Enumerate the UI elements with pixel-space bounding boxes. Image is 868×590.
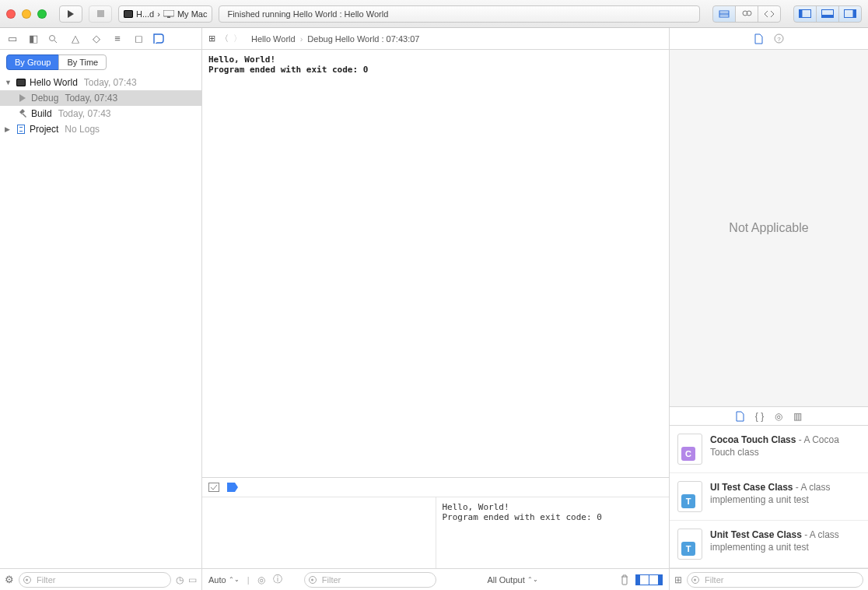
toggle-utilities-button[interactable] <box>838 5 862 23</box>
glyph-t-icon: T <box>681 542 695 556</box>
main-toolbar: H...d › My Mac Finished running Hello Wo… <box>0 0 868 28</box>
variables-filter-input[interactable] <box>304 572 436 588</box>
library-filter-input[interactable] <box>687 572 863 588</box>
issue-navigator-icon[interactable]: △ <box>69 33 82 44</box>
activity-status: Finished running Hello World : Hello Wor… <box>219 5 700 23</box>
run-button[interactable] <box>59 5 82 23</box>
doc-icon <box>16 125 26 134</box>
report-console[interactable]: Hello, World! Program ended with exit co… <box>202 50 669 477</box>
scope-filter-icon[interactable]: ▭ <box>188 574 197 585</box>
show-variables-pane-button[interactable] <box>635 574 649 585</box>
navigator-filter-input[interactable] <box>19 572 171 588</box>
quicklook-icon[interactable]: ◎ <box>257 574 265 585</box>
hammer-icon <box>17 109 28 118</box>
console-output-dropdown[interactable]: All Output ⌃⌄ <box>487 575 537 585</box>
tree-meta: Today, 07:43 <box>84 77 137 88</box>
go-back-button[interactable]: 〈 <box>220 33 229 44</box>
library-list[interactable]: C Cocoa Touch Class - A Cocoa Touch clas… <box>670 425 868 568</box>
minimize-window-button[interactable] <box>22 9 31 19</box>
svg-rect-4 <box>719 11 729 17</box>
library-item[interactable]: C Cocoa Touch Class - A Cocoa Touch clas… <box>670 426 868 473</box>
continue-icon[interactable] <box>227 483 238 492</box>
disclosure-triangle-icon[interactable]: ▶ <box>5 125 12 133</box>
jump-bar: ⊞ 〈 〉 Hello World › Debug Hello World : … <box>202 28 669 50</box>
library-item[interactable]: T UI Test Case Class - A class implement… <box>670 473 868 521</box>
inspector-placeholder: Not Applicable <box>729 221 808 235</box>
console-view[interactable]: Hello, World! Program ended with exit co… <box>436 497 670 568</box>
status-text: Finished running Hello World : Hello Wor… <box>227 9 388 19</box>
debug-navigator-icon[interactable]: ≡ <box>111 33 124 44</box>
library-item-text: Unit Test Case Class - A class implement… <box>710 529 860 553</box>
toggle-navigator-button[interactable] <box>793 5 817 23</box>
navigator-selector-bar: ▭ ◧ △ ◇ ≡ ◻ <box>0 28 201 50</box>
recent-filter-icon[interactable]: ◷ <box>176 574 184 585</box>
variables-view[interactable] <box>202 497 436 568</box>
terminal-icon <box>124 10 133 18</box>
library-filter-wrap <box>687 572 863 588</box>
svg-line-16 <box>54 40 57 43</box>
by-time-segment[interactable]: By Time <box>58 54 107 70</box>
utilities-panel: ? Not Applicable { } ◎ ▥ C Cocoa Touch C… <box>669 28 868 590</box>
tree-row-build[interactable]: Build Today, 07:43 <box>0 106 201 121</box>
tree-label: Build <box>31 108 52 119</box>
library-item-text: UI Test Case Class - A class implementin… <box>710 481 860 506</box>
project-navigator-icon[interactable]: ▭ <box>6 33 19 44</box>
standard-editor-button[interactable] <box>712 5 736 23</box>
window-controls <box>6 9 47 19</box>
print-description-icon[interactable]: ⓘ <box>273 573 282 586</box>
glyph-t-icon: T <box>681 494 695 508</box>
navigator-filter-wrap <box>19 572 171 588</box>
go-forward-button[interactable]: 〉 <box>233 33 242 44</box>
assistant-editor-button[interactable] <box>735 5 758 23</box>
terminal-icon <box>16 79 26 86</box>
svg-marker-19 <box>227 483 238 492</box>
template-file-icon: C <box>677 434 702 465</box>
svg-marker-17 <box>19 94 26 102</box>
toggle-debug-area-button[interactable] <box>816 5 839 23</box>
library-item[interactable]: T Unit Test Case Class - A class impleme… <box>670 521 868 568</box>
object-library-icon[interactable]: ◎ <box>775 411 782 422</box>
gear-icon[interactable]: ⚙ <box>5 574 14 585</box>
variables-scope-dropdown[interactable]: Auto ⌃⌄ <box>208 575 240 585</box>
chevron-right-icon: › <box>157 9 160 19</box>
quick-help-icon[interactable]: ? <box>774 33 784 44</box>
breakpoint-navigator-icon[interactable]: ◻ <box>132 33 145 44</box>
report-tree[interactable]: ▼ Hello World Today, 07:43 Debug Today, … <box>0 75 201 568</box>
zoom-window-button[interactable] <box>37 9 47 19</box>
tree-row-debug[interactable]: Debug Today, 07:43 <box>0 90 201 106</box>
main-area: ▭ ◧ △ ◇ ≡ ◻ By Group By Time ▼ Hello Wor… <box>0 28 868 590</box>
by-group-segment[interactable]: By Group <box>6 54 59 70</box>
svg-rect-18 <box>209 483 219 492</box>
related-items-icon[interactable]: ⊞ <box>208 33 215 44</box>
media-library-icon[interactable]: ▥ <box>793 411 802 422</box>
scheme-selector[interactable]: H...d › My Mac <box>118 5 212 23</box>
report-navigator-icon[interactable] <box>153 33 166 44</box>
navigator-panel: ▭ ◧ △ ◇ ≡ ◻ By Group By Time ▼ Hello Wor… <box>0 28 202 590</box>
svg-rect-12 <box>822 15 834 18</box>
toggle-breakpoints-icon[interactable] <box>208 483 219 492</box>
test-navigator-icon[interactable]: ◇ <box>90 33 103 44</box>
file-inspector-icon[interactable] <box>754 33 763 44</box>
source-control-navigator-icon[interactable]: ◧ <box>27 33 40 44</box>
code-snippet-library-icon[interactable]: { } <box>755 411 764 422</box>
clear-console-icon[interactable] <box>620 574 629 585</box>
close-window-button[interactable] <box>6 9 16 19</box>
jumpbar-project[interactable]: Hello World <box>251 34 296 44</box>
library-view-mode-icon[interactable]: ⊞ <box>674 574 682 585</box>
show-console-pane-button[interactable] <box>649 574 663 585</box>
version-editor-button[interactable] <box>758 5 781 23</box>
debug-bar <box>202 478 669 497</box>
library-footer: ⊞ <box>670 568 868 590</box>
tree-row-hello-world[interactable]: ▼ Hello World Today, 07:43 <box>0 75 201 90</box>
chevron-right-icon: › <box>300 34 303 44</box>
find-navigator-icon[interactable] <box>48 34 61 44</box>
tree-row-project[interactable]: ▶ Project No Logs <box>0 121 201 137</box>
stop-button[interactable] <box>89 5 112 23</box>
console-line: Program ended with exit code: 0 <box>208 65 368 75</box>
svg-point-15 <box>50 35 55 40</box>
svg-rect-14 <box>853 10 856 18</box>
file-template-library-icon[interactable] <box>736 411 744 422</box>
jumpbar-item[interactable]: Debug Hello World : 07:43:07 <box>307 34 419 44</box>
disclosure-triangle-icon[interactable]: ▼ <box>5 79 12 86</box>
inspector-selector-bar: ? <box>670 28 868 50</box>
